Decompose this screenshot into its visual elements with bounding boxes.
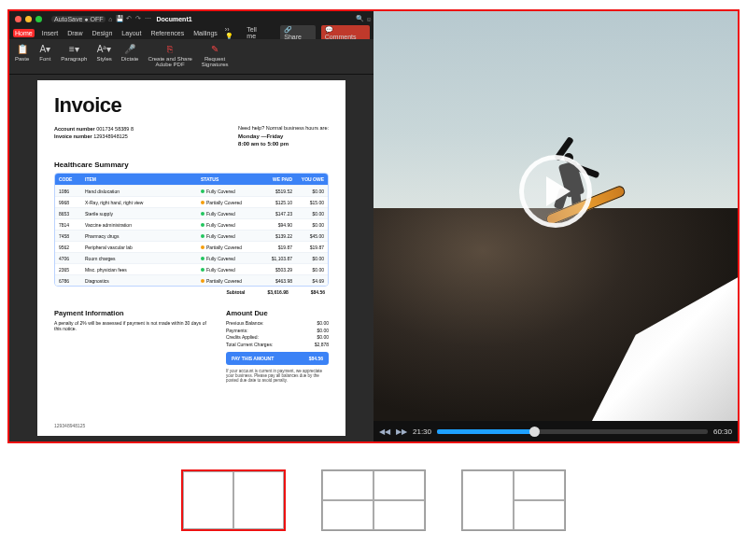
amount-line: Previous Balance:$0.00: [226, 320, 329, 328]
adobe-pdf-group[interactable]: ⎘Create and Share Adobe PDF: [148, 42, 191, 67]
tab-home[interactable]: Home: [13, 29, 35, 37]
document-canvas[interactable]: Invoice Account number 001734 58389 8 In…: [9, 75, 374, 441]
ribbon: 📋Paste A▾Font ≡▾Paragraph Aᵃ▾Styles 🎤Dic…: [9, 39, 374, 75]
close-icon[interactable]: [15, 16, 21, 22]
table-row: 4706Room chargesFully Covered$1,103.87$0…: [55, 252, 328, 263]
styles-group[interactable]: Aᵃ▾Styles: [96, 42, 111, 62]
healthcare-heading: Healthcare Summary: [54, 161, 329, 169]
word-titlebar: AutoSave ● OFF ⌂ 💾 ↶ ↷ ⋯ Document1 🔍 ☺: [9, 11, 374, 26]
rewind-button[interactable]: ◀◀: [379, 427, 390, 436]
video-controls: ◀◀ ▶▶ 21:30 60:30: [374, 421, 738, 441]
paste-group[interactable]: 📋Paste: [15, 42, 29, 62]
redo-icon[interactable]: ↷: [134, 15, 143, 22]
amount-due-heading: Amount Due: [226, 309, 329, 317]
play-icon: [546, 176, 571, 206]
tab-draw[interactable]: Draw: [65, 29, 84, 37]
table-row: 7814Vaccine administrationFully Covered$…: [55, 218, 328, 230]
invoice-footer-number: 129348948125: [54, 423, 329, 428]
table-row: 8653Sterile supplyFully Covered$147.23$0…: [55, 207, 328, 218]
table-row: 2365Misc. physician feesFully Covered$50…: [55, 263, 328, 274]
zoom-icon[interactable]: [35, 16, 42, 22]
comments-button[interactable]: 💬 Comments: [321, 25, 370, 41]
paragraph-group[interactable]: ≡▾Paragraph: [61, 42, 87, 62]
forward-button[interactable]: ▶▶: [396, 427, 407, 436]
tab-insert[interactable]: Insert: [40, 29, 61, 37]
table-row: 7458Pharmacy drugsFully Covered$139.22$4…: [55, 230, 328, 241]
invoice-table: CODE ITEM STATUS WE PAID YOU OWE 1086Han…: [54, 173, 329, 287]
window-controls[interactable]: [9, 13, 48, 25]
font-group[interactable]: A▾Font: [38, 42, 51, 62]
save-icon[interactable]: 💾: [115, 15, 124, 22]
video-frame[interactable]: [374, 11, 738, 421]
layout-option-2up[interactable]: [181, 469, 286, 531]
invoice-title: Invoice: [54, 93, 329, 118]
tab-layout[interactable]: Layout: [120, 29, 143, 37]
share-button[interactable]: 🔗 Share: [280, 25, 315, 41]
undo-icon[interactable]: ↶: [124, 15, 134, 22]
signatures-group[interactable]: ✎Request Signatures: [202, 42, 229, 67]
minimize-icon[interactable]: [25, 16, 32, 22]
current-time: 21:30: [413, 427, 431, 436]
table-row: 6786DiagnosticsPartially Covered$463.98$…: [55, 274, 328, 286]
layout-option-3up[interactable]: [461, 469, 566, 531]
ribbon-tabs: Home Insert Draw Design Layout Reference…: [9, 26, 374, 39]
video-player: ◀◀ ▶▶ 21:30 60:30: [374, 11, 738, 441]
pay-button[interactable]: PAY THIS AMOUNT $84.56: [226, 352, 329, 365]
home-icon[interactable]: ⌂: [106, 16, 115, 22]
word-window: AutoSave ● OFF ⌂ 💾 ↶ ↷ ⋯ Document1 🔍 ☺ H…: [9, 11, 374, 441]
payment-info-heading: Payment Information: [54, 309, 211, 317]
seek-thumb[interactable]: [529, 427, 540, 437]
autosave-toggle[interactable]: AutoSave ● OFF: [51, 16, 106, 22]
tab-mailings[interactable]: Mailings: [191, 29, 219, 37]
invoice-page: Invoice Account number 001734 58389 8 In…: [37, 80, 345, 436]
help-icon[interactable]: ☺: [364, 16, 374, 22]
tab-design[interactable]: Design: [91, 29, 115, 37]
amount-line: Total Current Charges:$2,878: [226, 342, 329, 349]
document-title: Document1: [156, 16, 191, 22]
layout-thumbnails: [0, 469, 747, 531]
amount-line: Credits Applied:$0.00: [226, 334, 329, 342]
more-icon[interactable]: ⋯: [143, 15, 152, 22]
total-time: 60:30: [713, 427, 732, 436]
search-icon[interactable]: 🔍: [355, 15, 364, 22]
dictate-group[interactable]: 🎤Dictate: [121, 42, 139, 62]
amount-line: Payments:$0.00: [226, 328, 329, 335]
table-row: 9968X-Ray, right hand, right viewPartial…: [55, 196, 328, 207]
table-row: 1086Hand dislocationFully Covered$519.52…: [55, 185, 328, 196]
table-row: 9562Peripheral vascular labPartially Cov…: [55, 241, 328, 252]
layout-option-4up[interactable]: [321, 469, 426, 531]
seek-bar[interactable]: [437, 429, 708, 434]
tell-me[interactable]: Tell me: [245, 25, 269, 40]
split-2up-container: AutoSave ● OFF ⌂ 💾 ↶ ↷ ⋯ Document1 🔍 ☺ H…: [7, 9, 740, 443]
play-button[interactable]: [519, 155, 592, 228]
tab-references[interactable]: References: [148, 29, 186, 37]
